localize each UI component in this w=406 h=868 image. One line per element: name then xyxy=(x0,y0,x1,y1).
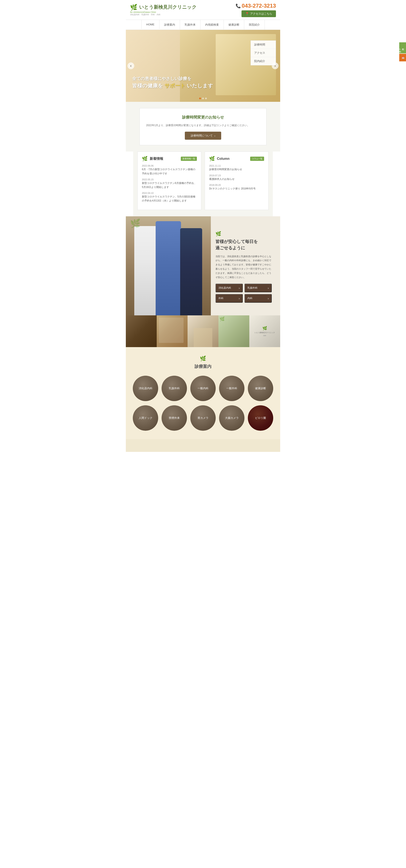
about-btn-surgery[interactable]: 外科 › xyxy=(215,294,243,303)
nav-item-kenko[interactable]: 健康診断 xyxy=(224,20,244,30)
about-btn-breast-arrow: › xyxy=(268,286,269,290)
access-button[interactable]: 📍 アクセスはこちら xyxy=(241,10,276,17)
treatment-grid-row1: 消化器内科 乳腺外科 一般内科 一般外科 健康診断 xyxy=(130,376,276,401)
about-btn-gastro[interactable]: 消化器内科 › xyxy=(215,284,243,292)
hero-dropdown-menu: 診療時間 アクセス 院内紹介 xyxy=(250,40,276,65)
news-item-2: 2022.05.15 新型コロナウイルスワクチン6月接種の予約を、5月16日より… xyxy=(142,178,197,189)
nav-link-iin[interactable]: 医院紹介 xyxy=(244,20,265,30)
hero-dot-2[interactable] xyxy=(202,98,204,99)
about-title-line2: 過ごせるように xyxy=(215,246,245,250)
nav-item-shinryo[interactable]: 診療案内 xyxy=(160,20,180,30)
nav-item-home[interactable]: HOME xyxy=(141,20,160,30)
about-title-line1: 皆様が安心して毎日を xyxy=(215,239,258,244)
hero-prev-button[interactable]: ‹ xyxy=(128,62,134,69)
column-item-3: 2018.09.20 Dr.ヤスシのクリニック便り 2018年9月号 xyxy=(209,184,264,191)
notice-title: 診療時間変更のお知らせ xyxy=(146,115,260,120)
gallery-item-5: 🌿 いとう新検見川クリニック 内科 xyxy=(249,315,280,347)
about-btn-breast-label: 乳腺外科 xyxy=(247,286,258,290)
about-btn-gastro-arrow: › xyxy=(239,286,240,290)
staff-photo: 🌿 xyxy=(126,216,211,316)
news-text-3: 新型コロナウイルスワクチン、5月の3回目接種の予約を4月13日（水）より開始しま… xyxy=(142,195,197,203)
hero-text-line2: 皆様の健康を サポート いたします xyxy=(132,82,213,89)
about-buttons: 消化器内科 › 乳腺外科 › 外科 › 内科 › xyxy=(215,284,272,303)
nav-link-shinryo[interactable]: 診療案内 xyxy=(160,20,180,30)
phone-number: 📞 043-272-3213 xyxy=(236,3,276,9)
clinic-specialties: 消化器内科・乳腺外科・外科・内科 xyxy=(130,13,197,16)
news-badge[interactable]: 新着情報一覧 xyxy=(181,157,197,161)
gallery: 🌿 🌿 いとう新検見川クリニック 内科 xyxy=(126,315,280,347)
logo-leaf-icon: 🌿 xyxy=(130,4,137,11)
nav-item-naishikyo[interactable]: 内視鏡検査 xyxy=(200,20,224,30)
column-date-1: 2021.11.11 xyxy=(209,164,264,167)
phone-icon: 📞 xyxy=(236,3,241,8)
treatment-grid-row2: 人間ドック 禁煙外来 胃カメラ 大腸カメラ ピロリ菌 xyxy=(130,405,276,431)
news-date-3: 2022.04.10 xyxy=(142,192,197,194)
notice-button[interactable]: 診療時間について › xyxy=(185,132,221,140)
treatment-btn-pylori[interactable]: ピロリ菌 xyxy=(248,405,273,431)
hero-section: ‹ › 全ての患者様にやさしい診療を 皆様の健康を サポート いたします 診療時… xyxy=(126,30,280,102)
nav-link-kenko[interactable]: 健康診断 xyxy=(224,20,244,30)
header-right: 📞 043-272-3213 📍 アクセスはこちら xyxy=(236,3,276,17)
about-title: 皆様が安心して毎日を 過ごせるように xyxy=(215,238,272,251)
treatment-title: 診療案内 xyxy=(130,364,276,369)
treatment-btn-breast[interactable]: 乳腺外科 xyxy=(162,376,187,401)
hero-text-after: いたします xyxy=(187,83,213,89)
column-text-3: Dr.ヤスシのクリニック便り 2018年9月号 xyxy=(209,187,264,191)
gallery-item-1 xyxy=(126,315,157,347)
news-text-1: 6月・7月の新型コロナウイルスワクチン接種の予約を受け付け中です xyxy=(142,167,197,176)
treatment-btn-colonoscopy[interactable]: 大腸カメラ xyxy=(219,405,244,431)
about-btn-internal-label: 内科 xyxy=(247,297,252,300)
notice-section: 診療時間変更のお知らせ 2022年1月より、診療受付時間が変更になります。詳細は… xyxy=(126,102,280,152)
page-bottom xyxy=(126,439,280,452)
nav-link-naishikyo[interactable]: 内視鏡検査 xyxy=(200,20,224,30)
news-title: 新着情報 xyxy=(150,157,163,161)
notice-text: 2022年1月より、診療受付時間が変更になります。詳細は下記リンクよりご確認くだ… xyxy=(146,123,260,127)
notice-btn-arrow: › xyxy=(214,134,215,137)
clinic-logo: 🌿 いとう新検見川クリニック xyxy=(130,4,197,11)
about-btn-surgery-label: 外科 xyxy=(218,297,224,300)
nav-list: HOME 診療案内 乳腺外来 内視鏡検査 健康診断 医院紹介 xyxy=(126,20,280,30)
gallery-item-3 xyxy=(188,315,218,347)
about-btn-gastro-label: 消化器内科 xyxy=(218,286,231,290)
column-text-2: 看護師求人のお知らせ xyxy=(209,177,264,181)
column-card: 🌿 Column コラム一覧 2021.11.11 診療受付時間変更のお知らせ … xyxy=(205,152,269,210)
treatment-btn-gastroscopy[interactable]: 胃カメラ xyxy=(190,405,216,431)
clinic-name: いとう新検見川クリニック xyxy=(139,4,197,10)
hero-dot-1[interactable] xyxy=(199,98,201,99)
about-btn-internal-arrow: › xyxy=(268,297,269,300)
news-item-3: 2022.04.10 新型コロナウイルスワクチン、5月の3回目接種の予約を4月1… xyxy=(142,192,197,203)
about-leaf-icon: 🌿 xyxy=(215,231,272,237)
nav-link-nyusen[interactable]: 乳腺外来 xyxy=(180,20,200,30)
about-btn-breast[interactable]: 乳腺外科 › xyxy=(244,284,272,292)
column-leaf-icon: 🌿 xyxy=(209,156,215,161)
column-item-2: 2019.07.23 看護師求人のお知らせ xyxy=(209,174,264,181)
treatment-btn-smoking[interactable]: 禁煙外来 xyxy=(162,405,187,431)
dropdown-item-interior[interactable]: 院内紹介 xyxy=(251,57,276,65)
treatment-btn-gastro[interactable]: 消化器内科 xyxy=(133,376,158,401)
column-date-2: 2019.07.23 xyxy=(209,174,264,177)
news-leaf-icon: 🌿 xyxy=(142,156,147,161)
hero-text-highlight: サポート xyxy=(165,83,185,89)
about-btn-internal[interactable]: 内科 › xyxy=(244,294,272,303)
dropdown-item-access[interactable]: アクセス xyxy=(251,49,276,57)
notice-btn-label: 診療時間について xyxy=(191,134,213,137)
news-date-2: 2022.05.15 xyxy=(142,178,197,181)
hero-text-before: 皆様の健康を xyxy=(132,83,163,89)
nav-item-nyusen[interactable]: 乳腺外来 xyxy=(180,20,200,30)
treatment-btn-surgery-general[interactable]: 一般外科 xyxy=(219,376,244,401)
treatment-btn-internal-general[interactable]: 一般内科 xyxy=(190,376,216,401)
nav-link-home[interactable]: HOME xyxy=(141,20,160,29)
treatment-leaf-icon: 🌿 xyxy=(130,355,276,362)
about-text: 当院では、消化器疾患と乳腺疾患の診療を中心としながら、一般の内科や外科診療にも、… xyxy=(215,254,272,280)
treatment-btn-dock[interactable]: 人間ドック xyxy=(133,405,158,431)
column-title: Column xyxy=(217,157,230,161)
nav-item-iin[interactable]: 医院紹介 xyxy=(244,20,265,30)
treatment-btn-health-check[interactable]: 健康診断 xyxy=(248,376,273,401)
dropdown-item-hours[interactable]: 診療時間 xyxy=(251,41,276,49)
hero-dot-3[interactable] xyxy=(205,98,207,99)
column-badge[interactable]: コラム一覧 xyxy=(250,157,264,161)
pin-icon: 📍 xyxy=(245,12,249,16)
column-date-3: 2018.09.20 xyxy=(209,184,264,186)
clinic-name-en: Ito shinkenmiGawa Clinic xyxy=(130,11,197,13)
news-date-1: 2022.06.06 xyxy=(142,164,197,167)
